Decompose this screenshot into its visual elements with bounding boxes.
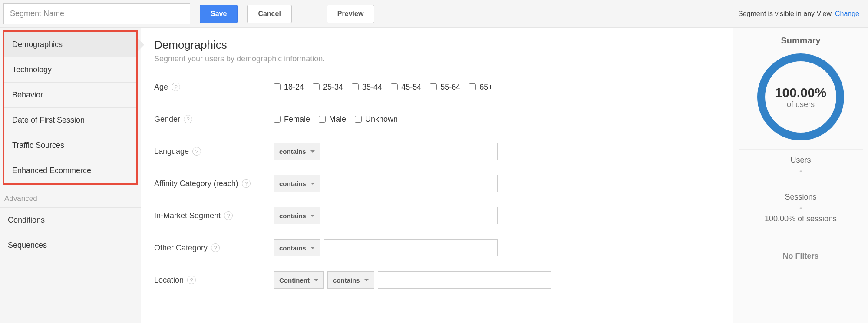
gender-label: Gender <box>154 115 180 124</box>
age-option-55-64[interactable]: 55-64 <box>430 83 460 92</box>
checkbox[interactable] <box>274 83 281 90</box>
checkbox[interactable] <box>313 83 320 90</box>
location-input[interactable] <box>378 271 551 289</box>
affinity-row: Affinity Category (reach) ? contains <box>154 172 720 195</box>
othercat-input[interactable] <box>324 239 498 256</box>
sidebar-highlight-box: Demographics Technology Behavior Date of… <box>3 30 138 185</box>
inmarket-input[interactable] <box>324 207 498 224</box>
age-option-45-54[interactable]: 45-54 <box>391 83 421 92</box>
sessions-value: - <box>739 203 863 213</box>
inmarket-label: In-Market Segment <box>154 211 221 220</box>
location-operator-select[interactable]: contains <box>327 271 374 289</box>
sidebar-item-label: Enhanced Ecommerce <box>12 166 91 175</box>
chevron-down-icon <box>310 150 315 153</box>
segment-name-input[interactable] <box>3 3 190 24</box>
othercat-label: Other Category <box>154 243 208 253</box>
affinity-operator-select[interactable]: contains <box>274 175 320 192</box>
help-icon[interactable]: ? <box>224 211 233 220</box>
checkbox[interactable] <box>469 83 476 90</box>
help-icon[interactable]: ? <box>192 147 201 156</box>
age-row: Age ? 18-24 25-34 35-44 45-54 55-64 65+ <box>154 76 720 98</box>
checkbox[interactable] <box>352 83 359 90</box>
inmarket-operator-select[interactable]: contains <box>274 207 320 224</box>
advanced-section-label: Advanced <box>0 187 141 208</box>
help-icon[interactable]: ? <box>187 276 196 284</box>
language-input[interactable] <box>324 143 498 160</box>
checkbox[interactable] <box>430 83 437 90</box>
chevron-down-icon <box>310 183 315 185</box>
summary-donut-chart: 100.00% of users <box>757 53 844 140</box>
othercat-operator-select[interactable]: contains <box>274 239 320 256</box>
checkbox[interactable] <box>319 116 326 123</box>
gender-option-male[interactable]: Male <box>319 115 346 124</box>
users-stat: Users - <box>739 149 863 182</box>
sidebar-item-behavior[interactable]: Behavior <box>4 83 136 108</box>
summary-percent: 100.00% <box>775 85 826 100</box>
checkbox[interactable] <box>391 83 398 90</box>
sidebar-item-first-session[interactable]: Date of First Session <box>4 108 136 133</box>
cancel-button[interactable]: Cancel <box>247 5 291 23</box>
users-value: - <box>739 166 863 176</box>
summary-percent-sub: of users <box>775 100 826 109</box>
sessions-stat: Sessions - 100.00% of sessions <box>739 186 863 230</box>
chevron-down-icon <box>314 279 318 281</box>
save-button[interactable]: Save <box>200 5 238 23</box>
language-label: Language <box>154 147 189 156</box>
sidebar-item-label: Behavior <box>12 90 43 99</box>
inmarket-row: In-Market Segment ? contains <box>154 204 720 227</box>
summary-title: Summary <box>739 36 863 46</box>
affinity-label: Affinity Category (reach) <box>154 179 238 188</box>
chevron-down-icon <box>310 215 315 217</box>
location-dimension-select[interactable]: Continent <box>274 271 324 289</box>
sidebar: Demographics Technology Behavior Date of… <box>0 28 141 323</box>
location-row: Location ? Continent contains <box>154 269 720 291</box>
chevron-down-icon <box>310 247 315 249</box>
checkbox[interactable] <box>355 116 362 123</box>
sidebar-item-traffic-sources[interactable]: Traffic Sources <box>4 133 136 158</box>
checkbox[interactable] <box>274 116 281 123</box>
sidebar-item-label: Technology <box>12 65 52 74</box>
language-row: Language ? contains <box>154 140 720 163</box>
sidebar-item-label: Conditions <box>8 216 45 224</box>
segment-visibility-text: Segment is visible in any View <box>738 10 832 18</box>
change-visibility-link[interactable]: Change <box>835 10 859 18</box>
sidebar-item-technology[interactable]: Technology <box>4 57 136 83</box>
users-label: Users <box>739 156 863 165</box>
main-panel: Demographics Segment your users by demog… <box>141 28 733 323</box>
sidebar-item-label: Demographics <box>12 40 63 49</box>
age-option-35-44[interactable]: 35-44 <box>352 83 382 92</box>
sidebar-item-sequences[interactable]: Sequences <box>0 233 141 258</box>
age-option-25-34[interactable]: 25-34 <box>313 83 343 92</box>
summary-panel: Summary 100.00% of users Users - Session… <box>733 28 868 323</box>
sidebar-item-label: Traffic Sources <box>12 141 64 150</box>
sidebar-item-label: Sequences <box>8 241 47 250</box>
age-option-18-24[interactable]: 18-24 <box>274 83 304 92</box>
help-icon[interactable]: ? <box>184 115 192 123</box>
age-option-65plus[interactable]: 65+ <box>469 83 493 92</box>
gender-option-unknown[interactable]: Unknown <box>355 115 398 124</box>
sidebar-item-label: Date of First Session <box>12 116 85 124</box>
preview-button[interactable]: Preview <box>327 5 374 23</box>
panel-subtitle: Segment your users by demographic inform… <box>154 54 720 63</box>
sessions-pct: 100.00% of sessions <box>739 214 863 223</box>
help-icon[interactable]: ? <box>242 179 251 188</box>
age-label: Age <box>154 83 168 92</box>
topbar: Save Cancel Preview Segment is visible i… <box>0 0 868 28</box>
sidebar-item-enhanced-ecommerce[interactable]: Enhanced Ecommerce <box>4 158 136 183</box>
sessions-label: Sessions <box>739 193 863 202</box>
sidebar-item-conditions[interactable]: Conditions <box>0 208 141 233</box>
help-icon[interactable]: ? <box>172 83 180 91</box>
gender-option-female[interactable]: Female <box>274 115 310 124</box>
location-label: Location <box>154 276 184 285</box>
chevron-down-icon <box>364 279 369 281</box>
help-icon[interactable]: ? <box>211 243 220 252</box>
panel-title: Demographics <box>154 38 720 52</box>
no-filters-label: No Filters <box>739 243 863 261</box>
othercat-row: Other Category ? contains <box>154 236 720 259</box>
language-operator-select[interactable]: contains <box>274 143 320 160</box>
gender-row: Gender ? Female Male Unknown <box>154 108 720 130</box>
sidebar-item-demographics[interactable]: Demographics <box>4 32 136 57</box>
affinity-input[interactable] <box>324 175 498 192</box>
